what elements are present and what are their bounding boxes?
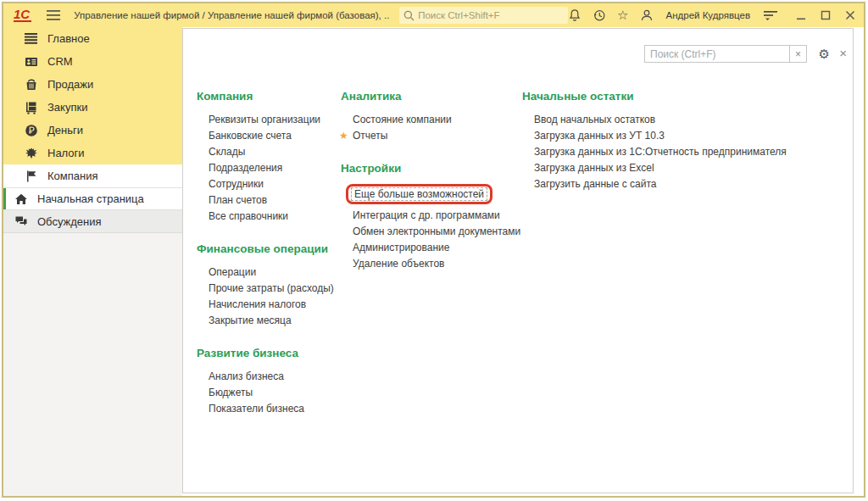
column-analytics-settings: Аналитика Состояние компании ★ Отчеты На… <box>341 90 522 290</box>
chat-icon <box>14 214 28 229</box>
panel-close-icon[interactable]: × <box>839 45 847 62</box>
sidebar-item-kompaniya[interactable]: Компания <box>3 164 182 187</box>
link[interactable]: Все справочники <box>209 209 339 225</box>
favorites-star-icon[interactable]: ☆ <box>617 9 628 21</box>
panel-search-input[interactable] <box>645 46 789 62</box>
service-menu-icon[interactable] <box>763 9 778 21</box>
notifications-bell-icon[interactable] <box>568 8 581 22</box>
group-title: Развитие бизнеса <box>197 347 339 359</box>
ruble-coin-icon <box>24 123 38 137</box>
link[interactable]: Склады <box>209 144 339 160</box>
link[interactable]: Анализ бизнеса <box>209 369 339 385</box>
group-nachalnye-ostatki: Начальные остатки Ввод начальных остатко… <box>522 90 802 192</box>
sections-icon <box>24 31 38 46</box>
market-basket-icon <box>24 77 38 92</box>
column-company: Компания Реквизиты организации Банковски… <box>197 90 339 435</box>
window-title: Управление нашей фирмой / Управление наш… <box>74 10 389 20</box>
favorite-star-icon: ★ <box>339 128 348 144</box>
home-icon <box>14 192 28 206</box>
link[interactable]: Интеграция с др. программами <box>353 208 522 224</box>
panel-search[interactable]: × <box>644 45 807 63</box>
history-icon[interactable] <box>593 8 606 22</box>
red-highlight-box: Еще больше возможностей <box>346 184 492 204</box>
user-name[interactable]: Андрей Кудрявцев <box>666 10 751 20</box>
link[interactable]: Удаление объектов <box>353 256 522 272</box>
search-icon <box>403 10 415 21</box>
link[interactable]: Загрузка данных из 1С:Отчетность предпри… <box>534 144 802 160</box>
column-opening-balances: Начальные остатки Ввод начальных остатко… <box>522 90 802 210</box>
group-kompaniya: Компания Реквизиты организации Банковски… <box>197 90 339 225</box>
link[interactable]: Загрузка данных из УТ 10.3 <box>534 128 802 144</box>
link[interactable]: Банковские счета <box>209 128 339 144</box>
group-title: Компания <box>197 90 339 103</box>
link[interactable]: Бюджеты <box>209 385 339 401</box>
sections-sidebar: Главное CRM Продажи Закупки Деньги Налог… <box>3 27 182 496</box>
sidebar-item-obsuzhdeniya[interactable]: Обсуждения <box>3 210 182 233</box>
titlebar: 1С Управление нашей фирмой / Управление … <box>3 3 864 27</box>
minimize-icon[interactable] <box>796 10 806 20</box>
link[interactable]: Прочие затраты (расходы) <box>209 281 339 297</box>
sidebar-item-crm[interactable]: CRM <box>3 50 182 73</box>
link-starred[interactable]: ★ Отчеты <box>353 128 522 144</box>
group-finansovye-operacii: Финансовые операции Операции Прочие затр… <box>197 242 339 329</box>
link[interactable]: Обмен электронными документами <box>353 224 522 240</box>
link[interactable]: Загрузить данные с сайта <box>534 176 802 192</box>
maximize-icon[interactable] <box>821 10 831 20</box>
group-analitika: Аналитика Состояние компании ★ Отчеты <box>341 90 522 144</box>
group-title: Финансовые операции <box>197 242 339 255</box>
link-highlighted[interactable]: Еще больше возможностей <box>346 184 522 204</box>
group-nastroyki: Настройки Еще больше возможностей Интегр… <box>341 162 522 272</box>
main-menu-hamburger-icon[interactable] <box>47 10 60 20</box>
sidebar-item-prodazhi[interactable]: Продажи <box>3 73 182 96</box>
link[interactable]: Ввод начальных остатков <box>534 112 802 128</box>
group-title: Начальные остатки <box>522 90 802 103</box>
global-search[interactable] <box>399 7 568 24</box>
link[interactable]: Администрирование <box>353 240 522 256</box>
link[interactable]: Сотрудники <box>209 176 339 192</box>
link[interactable]: Операции <box>209 264 339 281</box>
search-clear-icon[interactable]: × <box>789 46 806 62</box>
user-person-icon[interactable] <box>640 8 654 22</box>
link[interactable]: Показатели бизнеса <box>209 401 339 417</box>
link[interactable]: План счетов <box>209 192 339 209</box>
sidebar-item-zakupki[interactable]: Закупки <box>3 96 182 119</box>
link[interactable]: Загрузка данных из Excel <box>534 160 802 176</box>
group-razvitie-biznesa: Развитие бизнеса Анализ бизнеса Бюджеты … <box>197 347 339 417</box>
eagle-emblem-icon <box>24 146 38 160</box>
link[interactable]: Состояние компании <box>353 112 522 128</box>
link[interactable]: Начисления налогов <box>209 297 339 313</box>
trolley-icon <box>24 100 38 114</box>
group-title: Настройки <box>341 162 522 175</box>
sidebar-item-dengi[interactable]: Деньги <box>3 119 182 142</box>
start-page-panel: × ⚙ × Компания Реквизиты организации Бан… <box>182 28 854 493</box>
sidebar-item-glavnoe[interactable]: Главное <box>3 27 182 50</box>
gear-icon[interactable]: ⚙ <box>819 46 830 63</box>
app-window: 1С Управление нашей фирмой / Управление … <box>2 2 865 498</box>
link[interactable]: Подразделения <box>209 160 339 176</box>
crm-card-icon <box>24 54 38 69</box>
logo-1c: 1С <box>14 8 31 22</box>
group-title: Аналитика <box>341 90 522 103</box>
link[interactable]: Закрытие месяца <box>209 313 339 329</box>
sidebar-item-nalogi[interactable]: Налоги <box>3 142 182 164</box>
global-search-input[interactable] <box>418 10 564 20</box>
flag-icon <box>24 169 38 183</box>
sidebar-item-nachalnaya-stranitsa[interactable]: Начальная страница <box>3 187 182 210</box>
close-window-icon[interactable] <box>845 10 855 20</box>
link[interactable]: Реквизиты организации <box>209 112 339 128</box>
